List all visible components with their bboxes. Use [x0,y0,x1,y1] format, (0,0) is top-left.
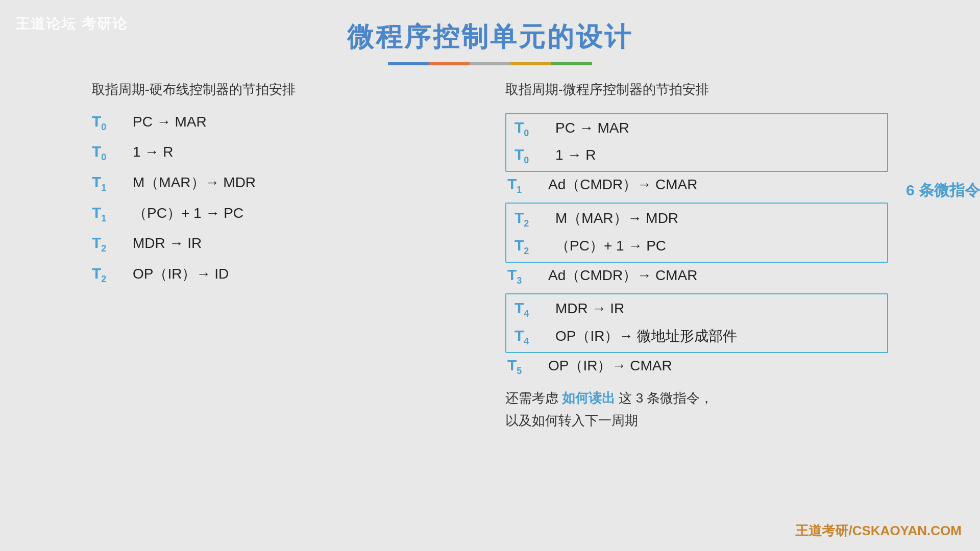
right-box-2: T2 M（MAR）→ MDR T2 （PC）+ 1 → PC [505,203,888,263]
r-t-label-3: T3 [507,266,538,286]
right-step-t4b: T4 OP（IR）→ 微地址形成部件 [514,327,879,347]
step-content-2b: OP（IR）→ ID [133,264,229,284]
t-label-1b: T1 [92,204,122,224]
color-bar [0,62,980,65]
r-step-3: Ad（CMDR）→ CMAR [548,266,697,285]
t-label-2b: T2 [92,265,122,285]
right-step-t2b: T2 （PC）+ 1 → PC [514,236,879,257]
step-content-0b: 1 → R [133,144,173,160]
note-highlight: 如何读出 [562,390,615,406]
note-text: 还需考虑 如何读出 这 3 条微指令，以及如何转入下一周期 [505,387,888,432]
step-content-2a: MDR → IR [133,235,202,252]
right-step-t5: T5 OP（IR）→ CMAR [507,356,888,377]
left-step-4: T1 （PC）+ 1 → PC [92,204,475,224]
right-step-t2a: T2 M（MAR）→ MDR [514,209,879,229]
bar-yellow [510,62,551,65]
right-step-t0b: T0 1 → R [514,146,879,166]
right-step-t1: T1 Ad（CMDR）→ CMAR [507,175,888,195]
r-t-label-0a: T0 [514,119,545,139]
watermark-logo: 王道论坛 考研论 [15,14,128,34]
right-column: 取指周期-微程序控制器的节拍安排 T0 PC → MAR T0 1 → R T1… [505,81,888,432]
left-step-3: T1 M（MAR）→ MDR [92,173,475,193]
step-content-0a: PC → MAR [133,114,207,130]
r-t-label-2a: T2 [514,209,545,229]
t-label-2a: T2 [92,234,122,254]
left-step-1: T0 PC → MAR [92,113,475,133]
r-t-label-5: T5 [507,357,538,377]
r-step-5: OP（IR）→ CMAR [548,356,672,375]
r-t-label-1: T1 [507,176,538,195]
right-box-3: T4 MDR → IR T4 OP（IR）→ 微地址形成部件 [505,293,888,353]
t-label-0a: T0 [92,113,122,133]
t-label-1a: T1 [92,173,122,193]
bar-blue [388,62,429,65]
t-label-0b: T0 [92,143,122,163]
right-step-t3: T3 Ad（CMDR）→ CMAR [507,266,888,286]
right-step-t0a: T0 PC → MAR [514,119,879,139]
r-t-label-0b: T0 [514,146,545,166]
main-layout: 取指周期-硬布线控制器的节拍安排 T0 PC → MAR T0 1 → R T1… [0,81,980,432]
r-step-4a: MDR → IR [555,300,624,317]
bar-orange [429,62,470,65]
step-content-1a: M（MAR）→ MDR [133,173,256,192]
step-content-1b: （PC）+ 1 → PC [133,204,243,223]
left-column: 取指周期-硬布线控制器的节拍安排 T0 PC → MAR T0 1 → R T1… [92,81,475,432]
right-col-title: 取指周期-微程序控制器的节拍安排 [505,81,888,98]
left-step-5: T2 MDR → IR [92,234,475,254]
right-box-1: T0 PC → MAR T0 1 → R [505,113,888,172]
page-title: 微程序控制单元的设计 [0,0,980,55]
right-step-t4a: T4 MDR → IR [514,299,879,319]
r-step-0a: PC → MAR [555,120,629,136]
left-col-title: 取指周期-硬布线控制器的节拍安排 [92,81,475,98]
r-step-4b: OP（IR）→ 微地址形成部件 [555,327,737,346]
bar-green [551,62,592,65]
r-t-label-2b: T2 [514,237,545,257]
left-step-6: T2 OP（IR）→ ID [92,264,475,285]
r-step-0b: 1 → R [555,147,596,163]
r-t-label-4a: T4 [514,299,545,319]
note-prefix: 还需考虑 [505,390,562,406]
r-step-2b: （PC）+ 1 → PC [555,236,666,256]
bar-gray [470,62,510,65]
r-step-2a: M（MAR）→ MDR [555,209,678,228]
left-step-2: T0 1 → R [92,143,475,163]
r-step-1: Ad（CMDR）→ CMAR [548,175,697,194]
bottom-watermark: 王道考研/CSKAOYAN.COM [795,522,962,540]
r-t-label-4b: T4 [514,327,545,347]
six-microinstructions-label: 6 条微指令 [906,180,980,201]
